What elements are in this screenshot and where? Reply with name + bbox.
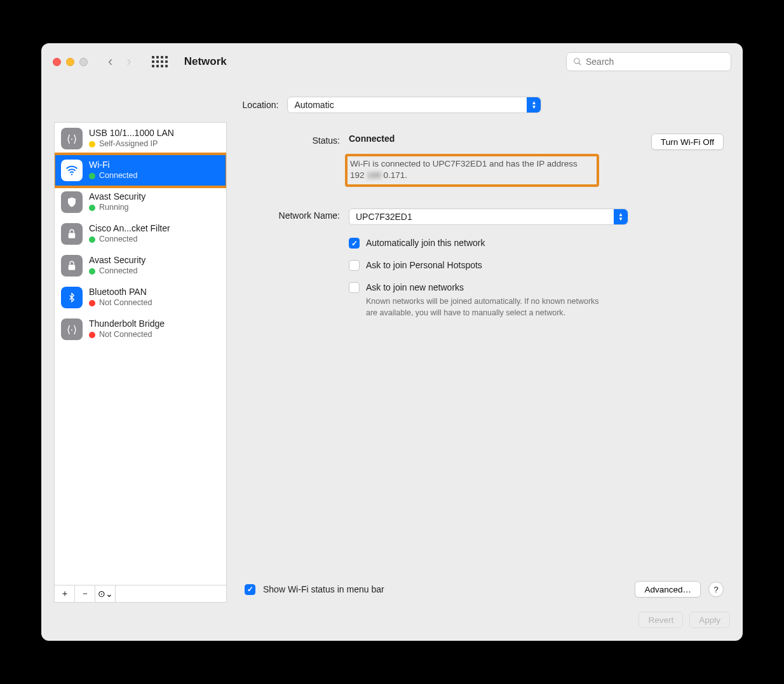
ask-new-label: Ask to join new networks — [366, 282, 464, 292]
show-menubar-label: Show Wi-Fi status in menu bar — [263, 584, 384, 594]
show-menubar-checkbox[interactable] — [245, 584, 255, 595]
svg-line-1 — [579, 63, 581, 65]
interface-status: Self-Assigned IP — [99, 139, 158, 149]
status-dot — [89, 268, 95, 275]
interface-title: Bluetooth PAN — [89, 287, 152, 298]
status-dot — [89, 332, 95, 338]
interface-title: USB 10/1...1000 LAN — [89, 128, 174, 139]
back-button[interactable]: ‹ — [103, 51, 118, 72]
advanced-button[interactable]: Advanced… — [635, 581, 701, 598]
interface-status: Running — [99, 203, 129, 213]
status-dot — [89, 141, 95, 147]
remove-interface-button[interactable]: － — [75, 585, 95, 602]
network-name-value: UPC7F32ED1 — [356, 212, 412, 222]
interface-title: Wi-Fi — [89, 160, 137, 171]
status-label: Status: — [245, 133, 349, 187]
bluetooth-icon — [61, 287, 83, 308]
turn-wifi-off-button[interactable]: Turn Wi-Fi Off — [651, 133, 724, 150]
location-label: Location: — [243, 100, 279, 110]
svg-rect-3 — [69, 233, 76, 238]
interface-list: ⟨·⟩ USB 10/1...1000 LAN Self-Assigned IP… — [54, 122, 227, 585]
close-window-button[interactable] — [53, 58, 61, 66]
lock-icon — [61, 255, 83, 277]
status-dot — [89, 205, 95, 211]
ethernet-icon: ⟨·⟩ — [61, 128, 83, 149]
interfaces-sidebar: ⟨·⟩ USB 10/1...1000 LAN Self-Assigned IP… — [54, 122, 227, 603]
chevron-updown-icon: ▲▼ — [527, 97, 541, 113]
sidebar-actions: ＋ － ⊙⌄ — [54, 585, 227, 603]
search-icon — [573, 57, 582, 66]
sidebar-item-wifi[interactable]: Wi-Fi Connected — [55, 154, 226, 186]
ask-hotspot-checkbox[interactable] — [349, 260, 360, 271]
wifi-icon — [61, 160, 83, 181]
location-value: Automatic — [294, 100, 334, 110]
interface-title: Avast Security — [89, 255, 145, 266]
ethernet-icon: ⟨·⟩ — [61, 318, 83, 340]
sidebar-item-usb-lan[interactable]: ⟨·⟩ USB 10/1...1000 LAN Self-Assigned IP — [55, 123, 226, 154]
interface-options-button[interactable]: ⊙⌄ — [95, 585, 116, 602]
status-dot — [89, 300, 95, 306]
status-value: Connected — [349, 133, 395, 144]
sidebar-item-thunderbolt[interactable]: ⟨·⟩ Thunderbolt Bridge Not Connected — [55, 313, 226, 345]
interface-status: Connected — [99, 266, 137, 277]
zoom-window-button[interactable] — [79, 58, 88, 66]
search-field[interactable] — [566, 52, 731, 71]
sidebar-item-avast-1[interactable]: Avast Security Running — [55, 186, 226, 218]
interface-title: Cisco An...cket Filter — [89, 223, 170, 235]
sidebar-item-avast-2[interactable]: Avast Security Connected — [55, 250, 226, 282]
auto-join-checkbox[interactable] — [349, 238, 360, 249]
interface-status: Not Connected — [99, 298, 152, 308]
detail-panel: Status: Connected Turn Wi-Fi Off Wi-Fi i… — [238, 122, 730, 603]
search-input[interactable] — [586, 57, 724, 67]
network-preferences-window: ‹ › Network Location: Automatic ▲▼ ⟨·⟩ — [41, 43, 743, 641]
show-all-icon[interactable] — [152, 56, 168, 67]
sidebar-item-cisco[interactable]: Cisco An...cket Filter Connected — [55, 218, 226, 250]
chevron-updown-icon: ▲▼ — [614, 209, 628, 224]
status-description: Wi-Fi is connected to UPC7F32ED1 and has… — [345, 154, 599, 187]
shield-icon — [61, 191, 83, 213]
main-area: ⟨·⟩ USB 10/1...1000 LAN Self-Assigned IP… — [41, 122, 743, 612]
ask-new-description: Known networks will be joined automatica… — [366, 296, 601, 318]
status-dot — [89, 236, 95, 243]
apply-button[interactable]: Apply — [689, 612, 730, 628]
interface-status: Connected — [99, 171, 137, 181]
svg-rect-4 — [69, 265, 76, 270]
minimize-window-button[interactable] — [66, 58, 74, 66]
window-footer: Revert Apply — [41, 612, 743, 641]
interface-title: Thunderbolt Bridge — [89, 318, 165, 330]
window-controls — [53, 58, 88, 66]
help-button[interactable]: ? — [708, 582, 724, 597]
status-dot — [89, 173, 95, 179]
location-row: Location: Automatic ▲▼ — [41, 80, 743, 122]
nav-buttons: ‹ › — [103, 51, 137, 72]
sidebar-item-bluetooth[interactable]: Bluetooth PAN Not Connected — [55, 282, 226, 313]
add-interface-button[interactable]: ＋ — [55, 585, 75, 602]
network-name-dropdown[interactable]: UPC7F32ED1 ▲▼ — [349, 209, 628, 225]
auto-join-label: Automatically join this network — [366, 238, 485, 248]
lock-icon — [61, 223, 83, 245]
interface-status: Connected — [99, 235, 137, 245]
svg-point-0 — [574, 58, 579, 64]
forward-button[interactable]: › — [121, 51, 136, 72]
ask-hotspot-label: Ask to join Personal Hotspots — [366, 260, 482, 270]
window-title: Network — [184, 55, 227, 68]
toolbar: ‹ › Network — [41, 43, 743, 80]
interface-title: Avast Security — [89, 191, 145, 203]
location-dropdown[interactable]: Automatic ▲▼ — [287, 97, 541, 113]
ask-new-checkbox[interactable] — [349, 282, 360, 293]
svg-point-2 — [71, 174, 72, 175]
revert-button[interactable]: Revert — [639, 612, 683, 628]
network-name-label: Network Name: — [245, 209, 349, 325]
interface-status: Not Connected — [99, 330, 152, 340]
